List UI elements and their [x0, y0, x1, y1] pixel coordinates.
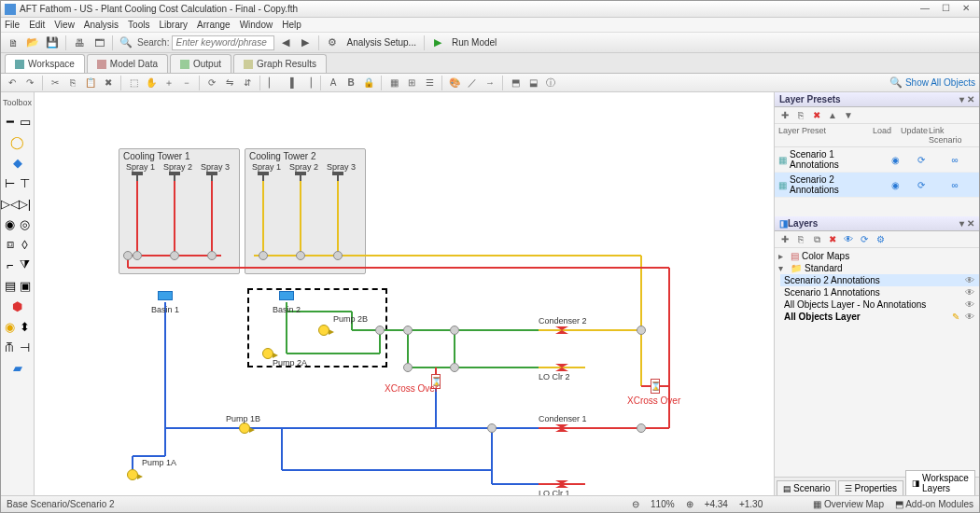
close-panel-icon[interactable]: ▾ ✕	[959, 94, 974, 104]
tab-graph-results[interactable]: Graph Results	[233, 54, 327, 73]
layers-icon[interactable]: ☰	[422, 76, 437, 90]
new-preset-icon[interactable]: ✚	[778, 109, 791, 122]
valve-icon[interactable]: ▷◁	[4, 195, 17, 212]
link-scenario-icon[interactable]: ∞	[934, 155, 975, 165]
tank-icon[interactable]: ▰	[5, 359, 31, 376]
info-icon[interactable]: ⓘ	[543, 76, 558, 90]
new-layer-icon[interactable]: ✚	[778, 233, 791, 246]
flip-v-icon[interactable]: ⇵	[240, 76, 255, 90]
up-preset-icon[interactable]: ▲	[826, 109, 839, 122]
compressor-icon[interactable]: ◎	[19, 215, 32, 232]
three-way-icon[interactable]: ⫚	[4, 339, 17, 355]
eye-icon[interactable]: 👁	[964, 287, 975, 298]
search-prev-icon[interactable]: ◀	[277, 35, 294, 51]
screen-icon[interactable]: ▤	[4, 277, 17, 294]
addon-modules-button[interactable]: ⬒ Add-on Modules	[895, 499, 973, 509]
align-center-icon[interactable]: ▐	[283, 76, 298, 90]
snap-icon[interactable]: ⊞	[404, 76, 419, 90]
align-right-icon[interactable]: ▕	[301, 76, 315, 90]
delete-icon[interactable]: ✖	[101, 76, 116, 90]
redo-icon[interactable]: ↷	[22, 76, 37, 90]
pump-junction[interactable]	[318, 325, 329, 336]
layer-item[interactable]: All Objects Layer ✎ 👁	[780, 311, 979, 323]
open-icon[interactable]: 📂	[24, 35, 41, 51]
workspace-canvas[interactable]: Cooling Tower 1 Cooling Tower 2	[35, 92, 774, 495]
tab-workspace[interactable]: Workspace	[5, 54, 85, 73]
lock-icon[interactable]: 🔒	[361, 76, 376, 90]
layer-group-standard[interactable]: ▾📁 Standard	[775, 262, 979, 274]
spray-junction[interactable]	[132, 172, 143, 175]
pump-junction[interactable]	[127, 469, 138, 480]
layer-item[interactable]: Scenario 2 Annotations 👁	[780, 274, 979, 286]
search-input[interactable]	[172, 35, 274, 50]
menu-window[interactable]: Window	[240, 20, 273, 30]
load-preset-icon[interactable]: ◉	[882, 155, 908, 165]
junction[interactable]	[403, 326, 413, 335]
tab-model-data[interactable]: Model Data	[87, 54, 168, 73]
area-change-icon[interactable]: ⧩	[19, 256, 32, 273]
menu-file[interactable]: File	[5, 20, 20, 30]
preset-row[interactable]: Scenario 2 Annotations ◉ ⟳ ∞	[775, 173, 979, 198]
print-icon[interactable]: 🖶	[71, 35, 88, 51]
minimize-button[interactable]: —	[916, 3, 934, 16]
eye-icon[interactable]: 👁	[964, 312, 975, 322]
tab-scenario[interactable]: ▤ Scenario	[777, 480, 836, 495]
check-valve-icon[interactable]: ▷|	[19, 195, 32, 212]
menu-help[interactable]: Help	[282, 20, 301, 30]
pump-junction[interactable]	[239, 423, 250, 434]
junction[interactable]	[637, 326, 646, 335]
eye-icon[interactable]: 👁	[964, 299, 975, 310]
hx-icon[interactable]: ⧈	[4, 236, 17, 253]
heat-exchanger-junction[interactable]	[651, 379, 660, 394]
junction[interactable]	[207, 251, 217, 260]
grid-icon[interactable]: ▦	[386, 76, 401, 90]
update-preset-icon[interactable]: ⟳	[908, 155, 934, 165]
rotate-icon[interactable]: ⟳	[204, 76, 219, 90]
merge-layer-icon[interactable]: ⧉	[810, 233, 823, 246]
pencil-icon[interactable]: ✎	[950, 312, 961, 322]
layer-item[interactable]: Scenario 1 Annotations 👁	[780, 286, 979, 298]
down-preset-icon[interactable]: ▼	[842, 109, 855, 122]
junction[interactable]	[333, 251, 343, 260]
spray-junction[interactable]	[332, 172, 343, 175]
menu-arrange[interactable]: Arrange	[197, 20, 231, 30]
bend-icon[interactable]: ⌐	[4, 256, 17, 273]
branch-icon[interactable]: ⊢	[4, 174, 17, 191]
paste-icon[interactable]: 📋	[83, 76, 98, 90]
orifice-icon[interactable]: ◊	[19, 236, 32, 253]
junction[interactable]	[403, 363, 413, 372]
save-icon[interactable]: 💾	[44, 35, 61, 51]
load-preset-icon[interactable]: ◉	[882, 180, 908, 190]
preview-icon[interactable]: 🗔	[91, 35, 107, 51]
layer-group-colormaps[interactable]: ▸▤ Color Maps	[775, 250, 979, 262]
delete-layer-icon[interactable]: ✖	[826, 233, 839, 246]
assigned-pressure-icon[interactable]: ◆	[5, 154, 31, 171]
junction[interactable]	[487, 423, 497, 433]
zoom-plus-icon[interactable]: ⊕	[686, 499, 693, 509]
menu-library[interactable]: Library	[159, 20, 188, 30]
pan-icon[interactable]: ✋	[144, 76, 159, 90]
reservoir-icon[interactable]: ◯	[5, 133, 31, 150]
line-icon[interactable]: ／	[465, 76, 480, 90]
pump-icon[interactable]: ◉	[4, 215, 17, 232]
dead-end-icon[interactable]: ⊣	[19, 339, 32, 355]
close-panel-icon[interactable]: ▾ ✕	[959, 218, 974, 229]
junction[interactable]	[133, 251, 142, 260]
color-icon[interactable]: 🎨	[447, 76, 462, 90]
junction[interactable]	[637, 423, 646, 433]
junction[interactable]	[123, 251, 133, 260]
clone-layer-icon[interactable]: ⎘	[794, 233, 807, 246]
link-scenario-icon[interactable]: ∞	[934, 180, 975, 190]
menu-view[interactable]: View	[54, 20, 75, 30]
undo-icon[interactable]: ↶	[5, 76, 20, 90]
junction[interactable]	[296, 251, 305, 260]
copy-icon[interactable]: ⎘	[65, 76, 80, 90]
tab-workspace-layers[interactable]: ◨ Workspace Layers	[905, 470, 975, 495]
search-icon[interactable]: 🔍	[118, 35, 134, 51]
junction[interactable]	[170, 251, 179, 260]
tee-icon[interactable]: ⊤	[19, 174, 32, 191]
cut-icon[interactable]: ✂	[48, 76, 63, 90]
analysis-setup-button[interactable]: Analysis Setup...	[343, 37, 418, 48]
text-icon[interactable]: A	[326, 76, 341, 90]
menu-tools[interactable]: Tools	[128, 20, 149, 30]
